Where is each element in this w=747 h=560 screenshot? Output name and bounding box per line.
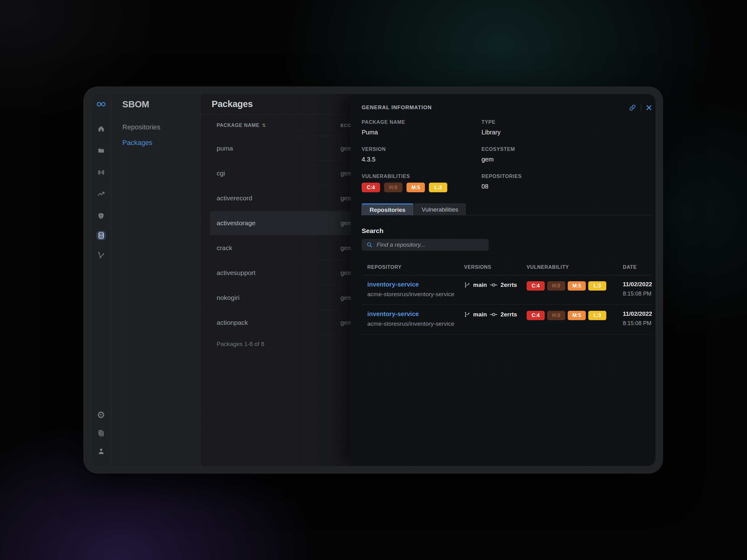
git-fork-icon[interactable] [97, 251, 105, 260]
field-value: Library [482, 129, 652, 136]
database-icon[interactable] [97, 231, 105, 240]
row-date: 11/02/2022 [623, 281, 652, 288]
commit-count: 2errts [500, 282, 517, 288]
column-vulnerability: VULNERABILITY [526, 264, 623, 270]
badge-critical: C:4 [526, 311, 545, 320]
package-ecosystem: gem [340, 220, 351, 227]
table-header: REPOSITORY VERSIONS VULNERABILITY DATE [362, 264, 652, 275]
package-row[interactable]: puma gem [201, 136, 351, 161]
vulnerability-badges: C:4 H:0 M:5 L:3 [362, 183, 482, 192]
settings-gear-icon[interactable]: ⚙ [97, 411, 105, 419]
field-value: gem [482, 156, 652, 163]
packages-title: Packages [212, 99, 253, 109]
package-name: actionpack [201, 319, 248, 326]
broadcast-icon[interactable] [97, 168, 105, 177]
home-icon[interactable] [97, 125, 105, 133]
package-name: activestorage [201, 219, 256, 227]
repository-link[interactable]: inventory-service [367, 281, 464, 288]
badge-low: L:3 [588, 281, 606, 291]
infinity-logo-icon [96, 98, 107, 110]
copy-icon[interactable] [97, 429, 105, 437]
tab-vulnerabilities[interactable]: Vulnerabilities [414, 204, 466, 215]
branch-name: main [473, 282, 487, 288]
package-row[interactable]: cgi gem [201, 161, 351, 186]
detail-tabs: Repositories Vulnerabilities [362, 204, 652, 215]
search-box[interactable] [362, 239, 489, 251]
git-branch-icon [464, 311, 470, 318]
field-ecosystem: ECOSYSTEM gem [482, 146, 652, 163]
icon-sidebar: ⚙ [91, 94, 111, 466]
divider [641, 104, 641, 111]
field-label: REPOSITORIES [482, 174, 652, 179]
tab-repositories[interactable]: Repositories [362, 204, 413, 215]
badge-critical: C:4 [526, 281, 545, 291]
package-name: puma [201, 145, 233, 152]
package-ecosystem: gem [340, 294, 351, 301]
package-row[interactable]: activesupport gem [201, 260, 351, 285]
folder-icon[interactable] [97, 146, 105, 155]
repository-path: acme-storesrus/inventory-service [367, 320, 464, 327]
shield-alert-icon[interactable] [97, 212, 105, 220]
package-ecosystem: gem [340, 195, 351, 202]
column-repository: REPOSITORY [367, 264, 464, 270]
package-row[interactable]: crack gem [201, 236, 351, 260]
field-package-name: PACKAGE NAME Puma [362, 119, 482, 136]
field-version: VERSION 4.3.5 [362, 146, 482, 163]
package-ecosystem: gem [340, 170, 351, 177]
row-vulnerability-badges: C:4 H:0 M:5 L:3 [526, 281, 623, 291]
git-commit-icon [490, 282, 498, 288]
row-time: 8:15:08 PM [623, 291, 652, 297]
commit-count: 2errts [500, 311, 517, 318]
column-versions: VERSIONS [464, 264, 526, 270]
sbom-header: SBOM [111, 94, 201, 114]
package-row[interactable]: activerecord gem [201, 186, 351, 211]
field-value: 08 [482, 183, 652, 190]
package-row-selected[interactable]: activestorage gem [201, 211, 351, 236]
package-detail-panel: GENERAL INFORMATION [351, 94, 655, 466]
app-screen: ⚙ SBOM [91, 94, 655, 466]
repository-path: acme-storesrus/inventory-service [367, 291, 464, 298]
badge-low: L:3 [429, 183, 447, 192]
packages-header: Packages [201, 94, 351, 114]
nav-item-packages[interactable]: Packages [111, 135, 201, 151]
field-label: PACKAGE NAME [362, 119, 482, 125]
column-ecosystem: ECOSYSTEM [340, 123, 351, 128]
badge-high: H:0 [547, 311, 565, 320]
package-row[interactable]: actionpack gem [201, 310, 351, 335]
package-ecosystem: gem [340, 244, 351, 252]
git-branch-icon [464, 282, 470, 288]
packages-panel: Packages PACKAGE NAME ⇅ ECOSYSTEM puma g… [201, 94, 351, 466]
table-row[interactable]: inventory-service acme-storesrus/invento… [362, 305, 652, 335]
branch-name: main [473, 311, 487, 318]
sort-icon[interactable]: ⇅ [262, 123, 266, 128]
field-value: 4.3.5 [362, 156, 482, 163]
column-package-name[interactable]: PACKAGE NAME [201, 123, 260, 128]
table-row[interactable]: inventory-service acme-storesrus/invento… [362, 275, 652, 305]
field-label: VERSION [362, 146, 482, 152]
column-date: DATE [623, 264, 652, 270]
repository-link[interactable]: inventory-service [367, 311, 464, 318]
badge-medium: M:5 [568, 281, 586, 291]
search-input[interactable] [377, 241, 484, 248]
app-window: ⚙ SBOM [83, 86, 663, 474]
package-name: cgi [201, 169, 225, 177]
field-value: Puma [362, 129, 482, 136]
user-icon[interactable] [97, 447, 105, 455]
close-icon[interactable] [646, 105, 652, 111]
badge-high: H:0 [547, 281, 565, 291]
row-time: 8:15:08 PM [623, 320, 652, 327]
package-ecosystem: gem [340, 269, 351, 276]
nav-item-repositories[interactable]: Repositories [111, 119, 201, 135]
package-row[interactable]: nokogiri gem [201, 285, 351, 310]
badge-high: H:0 [384, 183, 403, 192]
link-icon[interactable] [629, 104, 636, 111]
package-ecosystem: gem [340, 319, 351, 326]
badge-medium: M:5 [407, 183, 425, 192]
package-name: activerecord [201, 194, 252, 202]
badge-low: L:3 [588, 311, 606, 320]
badge-critical: C:4 [362, 183, 380, 192]
activity-icon[interactable] [97, 190, 105, 198]
git-commit-icon [490, 312, 498, 317]
sbom-nav-panel: SBOM Repositories Packages [111, 94, 201, 466]
package-name: activesupport [201, 269, 256, 276]
